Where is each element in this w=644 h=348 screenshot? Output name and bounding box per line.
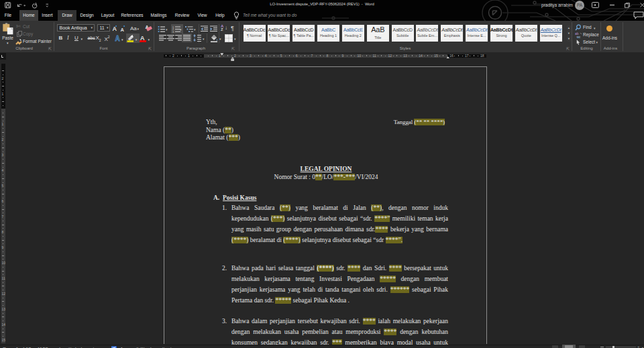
svg-text:ac: ac [577,35,581,38]
svg-text:3: 3 [172,31,174,34]
